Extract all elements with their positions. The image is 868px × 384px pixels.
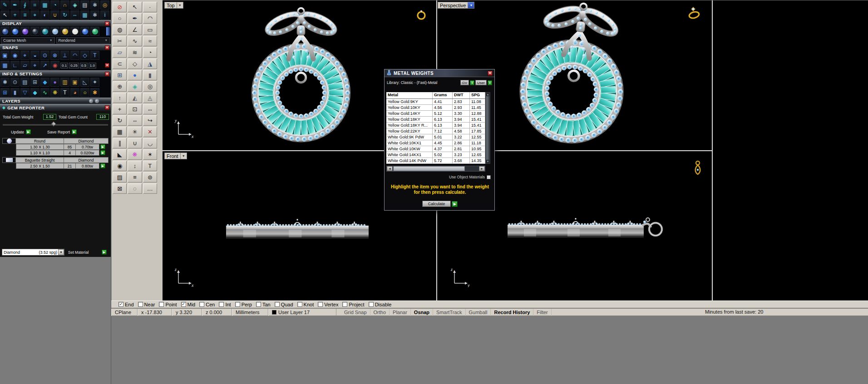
status-toggle-grid-snap[interactable]: Grid Snap [341,309,370,316]
pendant-model-right[interactable] [505,212,674,245]
wireframe-mode[interactable] [0,26,10,36]
cancel[interactable]: ⊘ [113,2,127,12]
pendant-model-top[interactable] [247,4,355,150]
viewport-label-perspective[interactable]: Perspective [438,2,468,9]
snap-near[interactable]: ◉ [10,50,20,60]
orbit-tool[interactable]: ↻ [60,10,70,20]
cplane-pane[interactable]: CPlane [111,309,138,316]
gears-analyze[interactable]: ✱ [0,77,10,87]
ellipse-tool[interactable]: ◍ [113,25,127,35]
checkbox-icon[interactable]: ✓ [181,302,186,307]
xray-mode[interactable] [40,26,50,36]
checkbox-icon[interactable] [297,302,302,307]
trim-tool[interactable]: ✕ [143,127,157,137]
status-toggle-gumball[interactable]: Gumball [466,309,491,316]
material-dropdown[interactable]: Diamond (3.52 spg) ▼ [2,249,64,256]
gold-chart[interactable]: ▥ [60,77,70,87]
close-icon[interactable]: × [105,72,109,76]
checkbox-icon[interactable] [219,302,224,307]
set-material-button[interactable]: ▶ [102,250,107,255]
status-toggle-filter[interactable]: Filter [533,309,551,316]
osnap-int[interactable]: Int [219,302,231,307]
interp-curve[interactable]: ≋ [128,47,142,58]
paint-drop[interactable]: ◆ [40,77,50,87]
snap-point[interactable]: ⌖ [20,50,30,60]
arc-tool[interactable]: ◠ [143,13,157,24]
viewport-tab-perspective[interactable]: Perspective ▼ [438,2,474,9]
analyze-tool[interactable]: ◉ [113,161,127,171]
close-icon[interactable]: × [105,21,109,26]
calculate-button[interactable]: Calculate [422,201,451,207]
checkbox-icon[interactable] [199,302,204,307]
close-icon[interactable]: × [105,63,109,68]
slider-handle-icon[interactable] [51,121,56,126]
collapse-circle-icon[interactable] [89,99,93,103]
viewport-menu-icon[interactable]: ▼ [177,2,183,9]
close-icon[interactable]: × [105,45,109,50]
status-toggle-planar[interactable]: Planar [390,309,411,316]
checkbox-icon[interactable] [256,302,261,307]
bulb-tool[interactable]: ○ [80,88,90,98]
shaded-ball[interactable]: ◐ [40,10,50,20]
ring-perspective-icon[interactable] [687,7,701,22]
snap-value-05[interactable]: 0.5 [80,63,88,69]
osnap-tan[interactable]: Tan [256,302,271,307]
gem-tool[interactable]: ◈ [70,0,80,10]
magnet-tool[interactable]: ∩ [60,0,70,10]
metal-table-row[interactable]: Yellow Gold:14KY5.123.3012.88 [386,111,485,117]
scrollbar-thumb[interactable] [486,96,489,160]
layers-section-header[interactable]: LAYERS [0,98,111,104]
update-button[interactable]: Update ▶ [11,129,31,134]
metal-table-row[interactable]: White Gold:10KW4.372.8110.95 [386,146,485,152]
viewport-label-top[interactable]: Top [164,2,177,9]
pendant-model-perspective[interactable] [508,0,641,159]
target-tool[interactable]: ◎ [100,0,110,10]
ghosted-mode[interactable] [30,26,40,36]
scrollbar-thumb[interactable] [393,166,465,171]
scale-tool[interactable]: ↔ [143,104,157,114]
offset-tool[interactable]: ⊂ [113,59,127,69]
copy-tool[interactable]: ⊡ [128,104,142,114]
gem-cut[interactable]: ◈ [128,81,142,92]
material-sphere[interactable]: ◕ [70,88,80,98]
palette-tool[interactable]: ❋ [50,88,60,98]
checkbox-icon[interactable] [342,302,347,307]
dialog-titlebar[interactable]: METAL WEIGHTS × [385,69,494,77]
hatch-tool[interactable]: ▨ [113,172,127,182]
snap-int[interactable]: ⊗ [50,50,60,60]
checkbox-icon[interactable] [235,302,240,307]
viewport-tab-top[interactable]: Top ▼ [164,2,183,9]
dimension-tool[interactable]: ↕ [128,161,142,171]
circle-tool[interactable]: ○ [113,13,127,24]
use-object-materials-checkbox[interactable] [487,175,491,179]
osnap-mid[interactable]: ✓Mid [181,302,196,307]
osnap-end[interactable]: ✓End [118,302,134,307]
osnap-project[interactable]: Project [342,302,364,307]
osnap-near[interactable]: Near [138,302,155,307]
metal-table-row[interactable]: Yellow Gold:18KY6.133.9415.41 [386,117,485,123]
layer-stack[interactable]: ≡ [20,10,30,20]
pen-mode[interactable] [70,26,80,36]
ortho-icon[interactable]: ∟ [10,60,20,70]
gem-row-action-button[interactable]: ▶ [100,163,105,168]
text-T[interactable]: T [60,88,70,98]
save-report-button[interactable]: Save Report ▶ [47,129,77,134]
pen-nib[interactable]: ✒ [10,0,20,10]
torus-tool[interactable]: ◎ [143,81,157,92]
group-tool[interactable]: ⊚ [143,172,157,182]
snap-cen[interactable]: ⊙ [40,50,50,60]
expand-circle-icon[interactable] [95,99,99,103]
osnap-cen[interactable]: Cen [199,302,215,307]
user-indicator[interactable]: I [488,80,492,85]
rotate-tool[interactable]: ↻ [113,115,127,126]
snap-knot[interactable]: T [90,50,100,60]
cube-blue[interactable]: ⊞ [0,88,10,98]
display-mode-dropdown[interactable]: Rendered ▼ [56,37,110,44]
move-tool[interactable]: + [113,104,127,114]
properties-tool[interactable]: … [143,183,157,194]
rectangle-tool[interactable]: ▭ [143,25,157,35]
close-icon[interactable]: × [105,105,109,110]
pendant-model-front[interactable] [223,213,373,246]
viewport-tab-front[interactable]: Front ▼ [164,153,187,159]
checkbox-icon[interactable]: ✓ [118,302,123,307]
